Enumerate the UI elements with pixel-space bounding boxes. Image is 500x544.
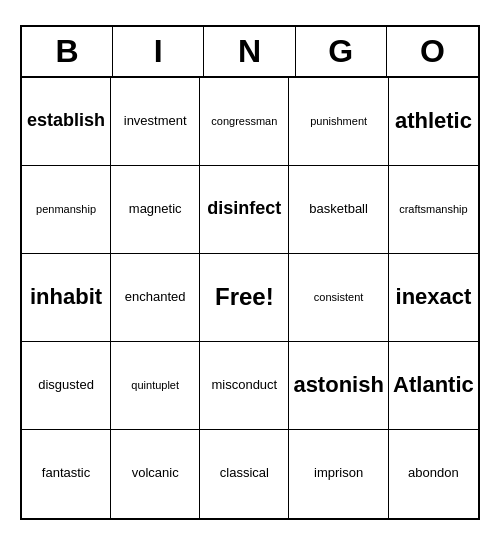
cell-text: congressman <box>211 114 277 128</box>
cell-text: establish <box>27 109 105 132</box>
bingo-cell: volcanic <box>111 430 200 518</box>
bingo-cell: disinfect <box>200 166 289 254</box>
cell-text: enchanted <box>125 289 186 306</box>
cell-text: craftsmanship <box>399 202 467 216</box>
cell-text: punishment <box>310 114 367 128</box>
bingo-cell: penmanship <box>22 166 111 254</box>
cell-text: misconduct <box>211 377 277 394</box>
bingo-cell: astonish <box>289 342 388 430</box>
bingo-header: BINGO <box>22 27 478 78</box>
bingo-cell: abondon <box>389 430 478 518</box>
bingo-cell: Atlantic <box>389 342 478 430</box>
cell-text: Atlantic <box>393 371 474 400</box>
cell-text: disinfect <box>207 197 281 220</box>
bingo-cell: congressman <box>200 78 289 166</box>
cell-text: investment <box>124 113 187 130</box>
bingo-cell: classical <box>200 430 289 518</box>
cell-text: inhabit <box>30 283 102 312</box>
bingo-cell: magnetic <box>111 166 200 254</box>
bingo-cell: basketball <box>289 166 388 254</box>
bingo-grid: establishinvestmentcongressmanpunishment… <box>22 78 478 518</box>
cell-text: consistent <box>314 290 364 304</box>
header-letter: N <box>204 27 295 76</box>
cell-text: classical <box>220 465 269 482</box>
bingo-cell: establish <box>22 78 111 166</box>
bingo-cell: craftsmanship <box>389 166 478 254</box>
cell-text: quintuplet <box>131 378 179 392</box>
bingo-cell: quintuplet <box>111 342 200 430</box>
cell-text: inexact <box>396 283 472 312</box>
cell-text: athletic <box>395 107 472 136</box>
bingo-card: BINGO establishinvestmentcongressmanpuni… <box>20 25 480 520</box>
cell-text: fantastic <box>42 465 90 482</box>
cell-text: Free! <box>215 281 274 312</box>
bingo-cell: enchanted <box>111 254 200 342</box>
bingo-cell: punishment <box>289 78 388 166</box>
cell-text: penmanship <box>36 202 96 216</box>
bingo-cell: inhabit <box>22 254 111 342</box>
cell-text: astonish <box>293 371 383 400</box>
bingo-cell: Free! <box>200 254 289 342</box>
bingo-cell: investment <box>111 78 200 166</box>
cell-text: abondon <box>408 465 459 482</box>
bingo-cell: disgusted <box>22 342 111 430</box>
bingo-cell: consistent <box>289 254 388 342</box>
bingo-cell: athletic <box>389 78 478 166</box>
cell-text: imprison <box>314 465 363 482</box>
cell-text: magnetic <box>129 201 182 218</box>
bingo-cell: misconduct <box>200 342 289 430</box>
header-letter: I <box>113 27 204 76</box>
cell-text: volcanic <box>132 465 179 482</box>
header-letter: G <box>296 27 387 76</box>
bingo-cell: inexact <box>389 254 478 342</box>
header-letter: O <box>387 27 478 76</box>
bingo-cell: fantastic <box>22 430 111 518</box>
header-letter: B <box>22 27 113 76</box>
cell-text: disgusted <box>38 377 94 394</box>
cell-text: basketball <box>309 201 368 218</box>
bingo-cell: imprison <box>289 430 388 518</box>
